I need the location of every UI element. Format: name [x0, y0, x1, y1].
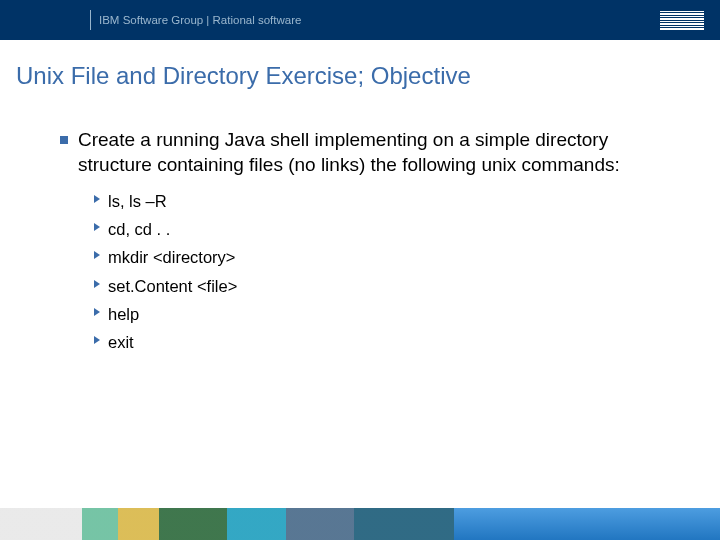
- slide-header: IBM Software Group | Rational software: [0, 0, 720, 40]
- ibm-logo-icon: [660, 11, 704, 30]
- sub-bullet-item: set.Content <file>: [94, 272, 704, 300]
- main-bullet: Create a running Java shell implementing…: [78, 128, 664, 177]
- sub-bullet-item: ls, ls –R: [94, 187, 704, 215]
- sub-bullet-item: cd, cd . .: [94, 215, 704, 243]
- footer-graphic-strip: [0, 508, 454, 540]
- header-divider: [90, 10, 91, 30]
- header-left: IBM Software Group | Rational software: [0, 0, 301, 40]
- sub-bullet-item: mkdir <directory>: [94, 243, 704, 271]
- slide-content: Unix File and Directory Exercise; Object…: [0, 40, 720, 356]
- sub-bullet-item: help: [94, 300, 704, 328]
- header-text: IBM Software Group | Rational software: [99, 14, 301, 26]
- sub-bullet-list: ls, ls –R cd, cd . . mkdir <directory> s…: [94, 187, 704, 355]
- footer-blue-bar: [454, 508, 720, 540]
- sub-bullet-item: exit: [94, 328, 704, 356]
- slide-footer: [0, 508, 720, 540]
- slide-title: Unix File and Directory Exercise; Object…: [16, 62, 704, 90]
